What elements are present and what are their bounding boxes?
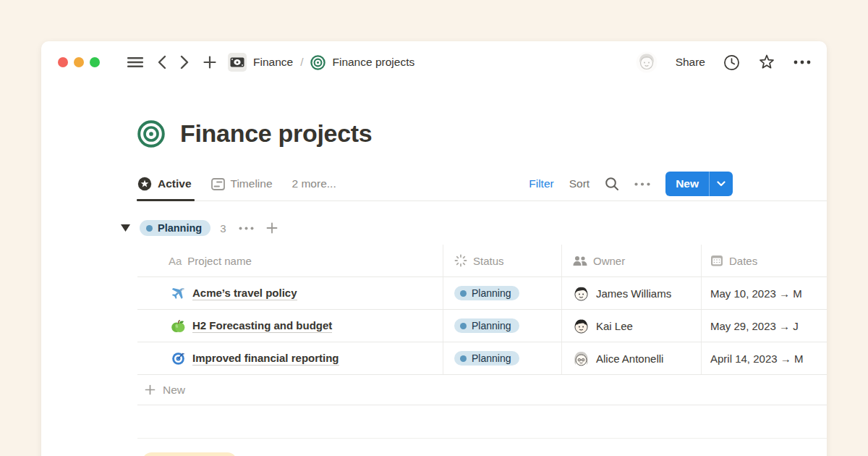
tab-active[interactable]: Active bbox=[137, 167, 192, 200]
star-badge-icon bbox=[137, 177, 152, 191]
topbar: Finance / Finance projects Share bbox=[41, 41, 827, 83]
page-header: Finance projects bbox=[137, 119, 827, 148]
status-cell[interactable]: Planning bbox=[443, 310, 562, 342]
owner-cell[interactable]: Alice Antonelli bbox=[562, 342, 702, 374]
status-cell[interactable]: Planning bbox=[443, 342, 562, 374]
project-name-link[interactable]: H2 Forecasting and budget bbox=[192, 319, 332, 333]
page-bullseye-icon[interactable] bbox=[137, 120, 165, 148]
project-name-cell[interactable]: H2 Forecasting and budget bbox=[137, 310, 443, 342]
traffic-lights bbox=[58, 57, 100, 67]
project-name-link[interactable]: Acme’s travel policy bbox=[192, 287, 297, 300]
sort-button[interactable]: Sort bbox=[569, 177, 590, 190]
add-new-row-label: New bbox=[163, 384, 185, 397]
owner-avatar bbox=[573, 285, 590, 302]
group-label: Planning bbox=[158, 222, 202, 234]
status-pill[interactable]: Planning bbox=[454, 351, 519, 366]
status-label: Planning bbox=[472, 287, 511, 299]
timeline-icon bbox=[211, 178, 225, 190]
add-new-row-button[interactable]: New bbox=[137, 375, 827, 405]
project-name-link[interactable]: Improved financial reporting bbox=[192, 352, 339, 366]
owner-name: Kai Lee bbox=[596, 320, 633, 332]
tabs-more-button[interactable]: 2 more... bbox=[292, 177, 336, 190]
tab-timeline-label: Timeline bbox=[231, 177, 273, 190]
column-header-dates[interactable]: Dates bbox=[702, 245, 827, 276]
target-icon bbox=[171, 351, 186, 366]
status-label: Planning bbox=[472, 320, 511, 332]
user-avatar[interactable] bbox=[636, 51, 658, 73]
column-name-label: Project name bbox=[187, 255, 251, 267]
column-status-label: Status bbox=[473, 255, 504, 267]
apple-icon bbox=[171, 318, 186, 334]
group-count: 3 bbox=[220, 222, 226, 235]
view-tabs-bar: Active Timeline 2 more... Filter Sort bbox=[137, 167, 827, 201]
date-range: May 10, 2023 → M bbox=[710, 287, 802, 300]
group-options-icon[interactable] bbox=[239, 227, 254, 230]
people-icon bbox=[573, 256, 587, 266]
status-spinner-icon bbox=[454, 254, 467, 267]
dates-cell[interactable]: May 10, 2023 → M bbox=[702, 277, 827, 309]
table-row: Acme’s travel policy Planning James Will… bbox=[137, 277, 827, 310]
more-options-icon[interactable] bbox=[793, 60, 811, 64]
zoom-window-button[interactable] bbox=[90, 57, 100, 67]
airplane-icon bbox=[171, 286, 186, 301]
share-button[interactable]: Share bbox=[676, 56, 705, 69]
new-button-label[interactable]: New bbox=[665, 172, 709, 196]
new-button[interactable]: New bbox=[665, 172, 733, 196]
next-group-pill[interactable] bbox=[142, 452, 237, 456]
bullseye-icon bbox=[310, 55, 326, 70]
project-name-cell[interactable]: Improved financial reporting bbox=[137, 342, 443, 374]
new-dropdown-chevron-icon[interactable] bbox=[709, 172, 733, 196]
status-dot-icon bbox=[460, 355, 467, 362]
history-clock-icon[interactable] bbox=[723, 54, 740, 71]
sidebar-menu-icon[interactable] bbox=[127, 56, 143, 68]
column-dates-label: Dates bbox=[729, 255, 757, 267]
page-title[interactable]: Finance projects bbox=[180, 119, 372, 148]
group-header-planning: Planning 3 bbox=[137, 216, 827, 240]
minimize-window-button[interactable] bbox=[74, 57, 84, 67]
close-window-button[interactable] bbox=[58, 57, 68, 67]
date-range: May 29, 2023 → J bbox=[710, 320, 799, 332]
owner-name: James Williams bbox=[596, 287, 671, 300]
search-icon[interactable] bbox=[605, 177, 619, 191]
plus-icon bbox=[145, 384, 156, 395]
favorite-star-icon[interactable] bbox=[758, 54, 775, 71]
collapse-triangle-icon[interactable] bbox=[121, 224, 130, 232]
app-window: Finance / Finance projects Share bbox=[41, 41, 827, 456]
calendar-icon bbox=[710, 254, 723, 267]
column-owner-label: Owner bbox=[593, 255, 625, 267]
dates-cell[interactable]: May 29, 2023 → J bbox=[702, 310, 827, 342]
money-icon[interactable] bbox=[228, 53, 247, 72]
table-row: Improved financial reporting Planning Al… bbox=[137, 342, 827, 375]
tab-timeline[interactable]: Timeline bbox=[211, 167, 273, 200]
filter-button[interactable]: Filter bbox=[529, 177, 553, 190]
text-property-icon: Aa bbox=[169, 255, 182, 267]
column-header-name[interactable]: Aa Project name bbox=[137, 245, 443, 276]
breadcrumb-page[interactable]: Finance projects bbox=[332, 56, 414, 69]
new-page-icon[interactable] bbox=[203, 56, 216, 69]
breadcrumb-workspace[interactable]: Finance bbox=[253, 56, 293, 69]
owner-name: Alice Antonelli bbox=[596, 352, 663, 365]
status-pill[interactable]: Planning bbox=[454, 318, 519, 333]
forward-icon[interactable] bbox=[180, 55, 190, 69]
table-header-row: Aa Project name Status Owner bbox=[137, 245, 827, 277]
back-icon[interactable] bbox=[157, 55, 166, 69]
column-header-owner[interactable]: Owner bbox=[562, 245, 702, 276]
date-range: April 14, 2023 → M bbox=[710, 352, 803, 365]
breadcrumb-separator: / bbox=[300, 56, 303, 69]
dates-cell[interactable]: April 14, 2023 → M bbox=[702, 342, 827, 374]
section-divider bbox=[137, 438, 827, 439]
owner-cell[interactable]: James Williams bbox=[562, 277, 702, 309]
status-pill[interactable]: Planning bbox=[454, 286, 519, 300]
status-dot-icon bbox=[460, 290, 467, 297]
owner-avatar bbox=[573, 350, 590, 367]
column-header-status[interactable]: Status bbox=[443, 245, 562, 276]
group-add-icon[interactable] bbox=[266, 222, 278, 234]
view-options-icon[interactable] bbox=[634, 182, 650, 186]
group-status-pill[interactable]: Planning bbox=[140, 220, 210, 236]
status-dot-icon bbox=[460, 323, 467, 329]
status-cell[interactable]: Planning bbox=[443, 277, 562, 309]
breadcrumb: Finance / Finance projects bbox=[228, 53, 414, 72]
status-dot-icon bbox=[146, 225, 153, 232]
project-name-cell[interactable]: Acme’s travel policy bbox=[137, 277, 443, 309]
owner-cell[interactable]: Kai Lee bbox=[562, 310, 702, 342]
